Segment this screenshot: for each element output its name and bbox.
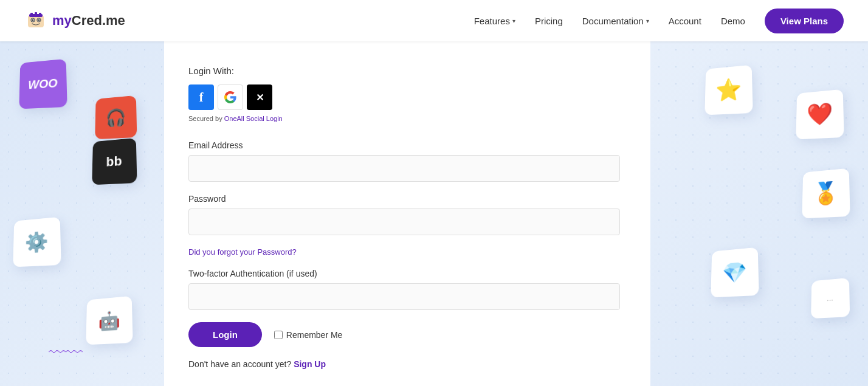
remember-me-label[interactable]: Remember Me bbox=[274, 330, 343, 340]
facebook-icon: f bbox=[199, 91, 204, 105]
login-button[interactable]: Login bbox=[188, 322, 262, 347]
forgot-password-link[interactable]: Did you forgot your Password? bbox=[188, 247, 620, 257]
google-login-button[interactable] bbox=[218, 84, 243, 110]
tile-woo: WOO bbox=[19, 59, 67, 109]
password-input[interactable] bbox=[188, 209, 620, 235]
password-label: Password bbox=[188, 194, 620, 204]
login-form-container: Login With: f ✕ Secured by OneAll Social… bbox=[164, 41, 650, 386]
secured-by-text: Secured by OneAll Social Login bbox=[188, 115, 620, 122]
nav-item-pricing[interactable]: Pricing bbox=[535, 16, 563, 26]
google-icon bbox=[224, 91, 236, 103]
svg-rect-7 bbox=[30, 13, 33, 16]
twofa-form-group: Two-factor Authentication (if used) bbox=[188, 269, 620, 310]
tile-medal: 🏅 bbox=[802, 168, 850, 219]
logo[interactable]: myCred.me bbox=[24, 9, 125, 32]
gem-icon: 💎 bbox=[722, 260, 747, 284]
left-decoration: WOO 🎧 bb ⚙️ 🤖 〰〰 bbox=[0, 41, 164, 386]
x-login-button[interactable]: ✕ bbox=[247, 84, 272, 110]
email-form-group: Email Address bbox=[188, 140, 620, 182]
placeholder-icon: ... bbox=[827, 294, 833, 303]
login-row: Login Remember Me bbox=[188, 322, 620, 347]
medal-icon: 🏅 bbox=[812, 180, 839, 207]
nav-item-demo[interactable]: Demo bbox=[721, 16, 745, 26]
signup-text: Don't have an account yet? Sign Up bbox=[188, 359, 620, 369]
star-icon: ⭐ bbox=[715, 77, 742, 103]
email-input[interactable] bbox=[188, 155, 620, 182]
main-nav: Features ▾ Pricing Documentation ▾ Accou… bbox=[474, 9, 844, 33]
x-icon: ✕ bbox=[256, 92, 264, 103]
logo-icon bbox=[24, 9, 47, 32]
svg-rect-8 bbox=[35, 12, 37, 15]
facebook-login-button[interactable]: f bbox=[188, 84, 214, 110]
remember-me-checkbox[interactable] bbox=[274, 331, 283, 339]
twofa-label: Two-factor Authentication (if used) bbox=[188, 269, 620, 278]
svg-point-4 bbox=[32, 19, 34, 21]
twofa-input[interactable] bbox=[188, 283, 620, 310]
documentation-dropdown-arrow: ▾ bbox=[646, 18, 649, 24]
tile-bbpress: bb bbox=[92, 138, 137, 185]
tile-orange: 🎧 bbox=[95, 95, 137, 139]
nav-item-account[interactable]: Account bbox=[669, 16, 701, 26]
tile-small-right: ... bbox=[811, 278, 850, 319]
oneall-link[interactable]: OneAll Social Login bbox=[224, 115, 283, 122]
nav-item-documentation[interactable]: Documentation ▾ bbox=[582, 16, 649, 26]
svg-rect-9 bbox=[39, 13, 41, 16]
social-login-buttons: f ✕ bbox=[188, 84, 620, 110]
login-with-label: Login With: bbox=[188, 66, 620, 76]
tile-heart: ❤️ bbox=[796, 89, 844, 140]
tile-gear: ⚙️ bbox=[13, 217, 61, 267]
password-form-group: Password bbox=[188, 194, 620, 235]
view-plans-button[interactable]: View Plans bbox=[765, 9, 844, 33]
nav-item-features[interactable]: Features ▾ bbox=[474, 16, 515, 26]
right-decoration: ⭐ ❤️ 🏅 💎 ... bbox=[650, 41, 868, 386]
tile-robot: 🤖 bbox=[86, 296, 133, 345]
signup-link[interactable]: Sign Up bbox=[294, 359, 326, 369]
main-content: WOO 🎧 bb ⚙️ 🤖 〰〰 Login With: f bbox=[0, 41, 868, 386]
svg-point-5 bbox=[38, 19, 40, 21]
logo-text: myCred.me bbox=[52, 13, 125, 29]
email-label: Email Address bbox=[188, 140, 620, 150]
tile-gem: 💎 bbox=[711, 247, 759, 298]
tile-star: ⭐ bbox=[704, 65, 753, 115]
wavy-decoration: 〰〰 bbox=[49, 343, 83, 363]
features-dropdown-arrow: ▾ bbox=[512, 18, 515, 24]
main-header: myCred.me Features ▾ Pricing Documentati… bbox=[0, 0, 868, 41]
heart-icon: ❤️ bbox=[806, 101, 833, 128]
remember-me-text: Remember Me bbox=[286, 330, 343, 340]
